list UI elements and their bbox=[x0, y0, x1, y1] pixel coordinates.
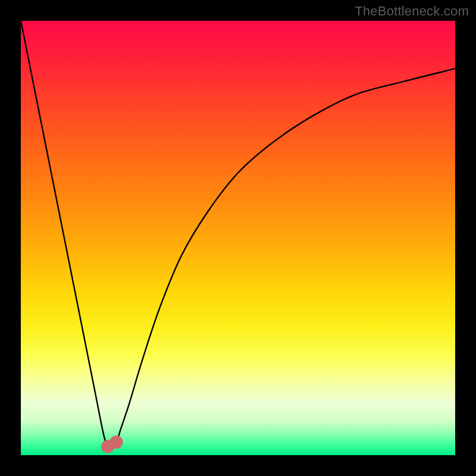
chart-frame: TheBottleneck.com bbox=[0, 0, 476, 476]
bottleneck-curve bbox=[21, 21, 455, 447]
curve-layer bbox=[21, 21, 455, 455]
attribution-label: TheBottleneck.com bbox=[355, 4, 469, 19]
valley-marker bbox=[110, 436, 123, 449]
plot-area bbox=[21, 21, 455, 455]
